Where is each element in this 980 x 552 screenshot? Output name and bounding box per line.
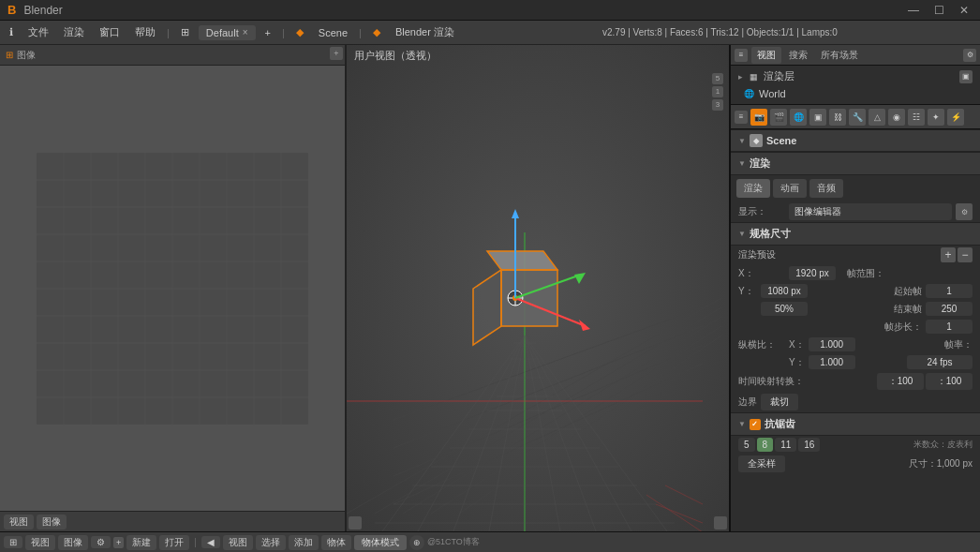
menu-bar: ℹ 文件 渲染 窗口 帮助 | ⊞ Default × + | ◆ Scene … xyxy=(0,21,980,45)
bottom-image-btn[interactable]: 图像 xyxy=(58,535,88,550)
aa-num-16[interactable]: 16 xyxy=(798,438,820,452)
outliner-tab-search[interactable]: 搜索 xyxy=(783,47,813,64)
frame-start-row: Y： 1080 px 起始帧 1 xyxy=(731,282,980,300)
window-menu[interactable]: 窗口 xyxy=(94,23,126,41)
render-preset-row: 渲染预设 + − xyxy=(731,246,980,264)
file-menu[interactable]: 文件 xyxy=(22,23,54,41)
prop-modifiers-icon[interactable]: 🔧 xyxy=(849,109,866,126)
viewport-corner-bl[interactable] xyxy=(349,516,362,530)
layout-tab-close[interactable]: × xyxy=(243,27,248,37)
framerate-input[interactable]: 24 fps xyxy=(907,355,973,369)
prop-constraints-icon[interactable]: ⛓ xyxy=(829,109,846,126)
time-remap-val1[interactable]: ：100 xyxy=(877,373,924,390)
layout-tab[interactable]: Default × xyxy=(199,25,256,40)
preset-add-btn[interactable]: + xyxy=(941,247,956,262)
viewport-title: 用户视图（透视） xyxy=(354,50,437,61)
minimize-button[interactable]: — xyxy=(904,4,923,17)
bottom-object-menu[interactable]: 物体 xyxy=(321,535,351,550)
info-icon[interactable]: ℹ xyxy=(4,24,19,40)
prop-particles-icon[interactable]: ✦ xyxy=(928,109,944,126)
prop-material-icon[interactable]: ◉ xyxy=(888,109,905,126)
add-tab-button[interactable]: + xyxy=(260,25,276,40)
left-panel-expand[interactable]: + xyxy=(330,47,343,60)
bottom-select-btn[interactable]: 选择 xyxy=(256,535,286,550)
bottom-add-menu[interactable]: 添加 xyxy=(289,535,319,550)
preset-remove-btn[interactable]: − xyxy=(958,247,973,262)
version-info: v2.79 | Verts:8 | Faces:6 | Tris:12 | Ob… xyxy=(464,27,976,37)
time-remap-val2[interactable]: ：100 xyxy=(926,373,973,390)
properties-icons-bar: ≡ 📷 🎬 🌐 ▣ ⛓ 🔧 △ ◉ ☷ ✦ ⚡ xyxy=(731,105,980,129)
outliner-tab-view[interactable]: 视图 xyxy=(751,47,781,64)
outliner-item-world[interactable]: 🌐 World xyxy=(731,85,980,102)
close-button[interactable]: ✕ xyxy=(956,4,973,17)
scene-dropdown[interactable]: Scene xyxy=(313,25,353,40)
watermark: @51CTO博客 xyxy=(427,536,480,548)
maximize-button[interactable]: ☐ xyxy=(930,4,948,17)
bottom-mode-select[interactable]: 物体模式 xyxy=(354,535,407,550)
bottom-add-btn[interactable]: + xyxy=(113,537,124,548)
pct-end-row: 50% 结束帧 250 xyxy=(731,300,980,318)
outliner-tab-all[interactable]: 所有场景 xyxy=(815,47,864,64)
full-sample-btn[interactable]: 全采样 xyxy=(738,455,785,472)
end-frame-input[interactable]: 250 xyxy=(926,302,973,316)
bottom-view-1[interactable]: 视图 xyxy=(25,535,55,550)
outliner-icon: ≡ xyxy=(735,49,748,62)
prop-scene-icon[interactable]: 🎬 xyxy=(770,109,787,126)
render-tab-audio[interactable]: 音频 xyxy=(809,179,843,198)
aa-num-11[interactable]: 11 xyxy=(775,438,796,452)
bottom-new-btn[interactable]: 新建 xyxy=(126,535,156,550)
antialias-section-header[interactable]: ▼ ✓ 抗锯齿 xyxy=(731,412,980,436)
bottom-view-2[interactable]: 视图 xyxy=(223,535,253,550)
left-panel-title: 图像 xyxy=(17,49,36,62)
outliner-settings[interactable]: ⚙ xyxy=(963,49,976,62)
size-section-header[interactable]: ▼ 规格尺寸 xyxy=(731,222,980,246)
bottom-settings-btn[interactable]: ⚙ xyxy=(91,536,111,548)
outliner-section: ▸ ▦ 渲染层 ▣ 🌐 World xyxy=(731,66,980,105)
res-y-label: Y： xyxy=(738,285,757,298)
border-value[interactable]: 裁切 xyxy=(761,394,798,410)
render-tab-render-label: 渲染 xyxy=(744,182,763,195)
engine-dropdown[interactable]: Blender 渲染 xyxy=(390,23,460,41)
prop-object-icon[interactable]: ▣ xyxy=(809,109,826,126)
render-menu[interactable]: 渲染 xyxy=(58,23,90,41)
bottom-layout-icon[interactable]: ⊞ xyxy=(4,536,22,548)
border-label: 边界 xyxy=(738,395,757,409)
res-x-input[interactable]: 1920 px xyxy=(789,266,836,280)
prop-render-icon[interactable]: 📷 xyxy=(750,109,767,126)
pct-input[interactable]: 50% xyxy=(761,302,808,316)
help-menu[interactable]: 帮助 xyxy=(129,23,161,41)
separator-1: | xyxy=(165,27,171,38)
3d-viewport[interactable]: 用户视图（透视） + xyxy=(347,45,729,531)
step-input[interactable]: 1 xyxy=(926,320,973,334)
aa-checkbox[interactable]: ✓ xyxy=(750,419,761,430)
blender-logo: B xyxy=(7,3,16,17)
prop-physics-icon[interactable]: ⚡ xyxy=(947,109,964,126)
aspect-y-input[interactable]: 1.000 xyxy=(809,355,855,369)
bottom-global-icon[interactable]: ⊕ xyxy=(409,535,424,550)
left-image-btn[interactable]: 图像 xyxy=(37,515,67,530)
left-view-btn[interactable]: 视图 xyxy=(4,515,34,530)
bottom-nav-icon[interactable]: ◀ xyxy=(201,536,220,548)
aspect-x-label: X： xyxy=(789,338,805,351)
world-label: World xyxy=(759,88,786,99)
display-value[interactable]: 图像编辑器 xyxy=(789,203,952,220)
display-settings-icon[interactable]: ⚙ xyxy=(956,203,973,220)
prop-world-icon[interactable]: 🌐 xyxy=(790,109,807,126)
image-editor-grid xyxy=(0,66,345,511)
render-section-header[interactable]: ▼ 渲染 xyxy=(731,152,980,175)
outliner-item-renderlayer[interactable]: ▸ ▦ 渲染层 ▣ xyxy=(731,67,980,85)
prop-data-icon[interactable]: △ xyxy=(869,109,885,126)
start-frame-input[interactable]: 1 xyxy=(926,284,973,298)
aspect-x-input[interactable]: 1.000 xyxy=(809,337,855,351)
viewport-corner-br[interactable] xyxy=(714,516,727,530)
framerate-label: 帧率： xyxy=(944,338,973,351)
bottom-open-btn[interactable]: 打开 xyxy=(159,535,189,550)
render-tab-render[interactable]: 渲染 xyxy=(736,179,770,198)
res-y-input[interactable]: 1080 px xyxy=(761,284,808,298)
layout-icon[interactable]: ⊞ xyxy=(175,24,195,40)
scene-section-header[interactable]: ▼ ◆ Scene xyxy=(731,129,980,152)
aa-num-5[interactable]: 5 xyxy=(738,438,755,452)
prop-texture-icon[interactable]: ☷ xyxy=(908,109,925,126)
aa-num-8[interactable]: 8 xyxy=(757,438,774,452)
render-tab-animation[interactable]: 动画 xyxy=(773,179,807,198)
